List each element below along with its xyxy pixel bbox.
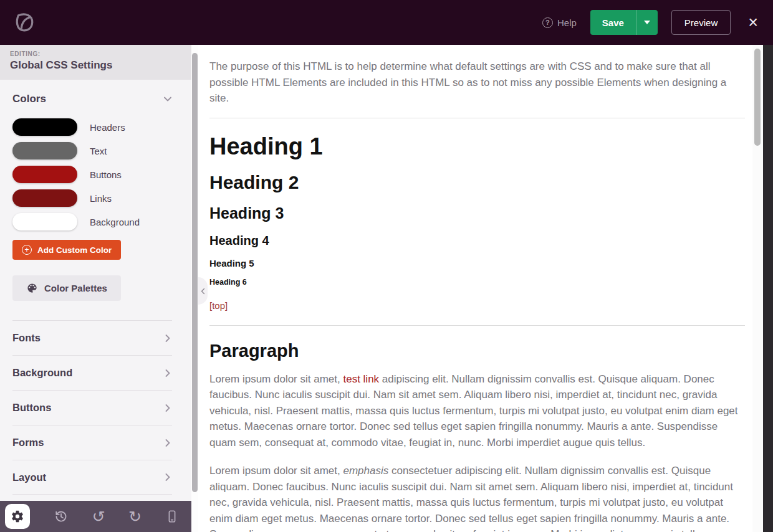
section-label: Layout: [12, 472, 46, 483]
sidebar-item-forms[interactable]: Forms: [12, 425, 172, 460]
paragraph-text: Lorem ipsum dolor sit amet,: [209, 373, 343, 385]
section-label: Buttons: [12, 402, 51, 414]
help-icon: ?: [542, 17, 553, 28]
top-bar: ? Help Save Preview ×: [0, 0, 773, 45]
add-custom-color-label: Add Custom Color: [37, 245, 112, 255]
lorem-paragraph-1: Lorem ipsum dolor sit amet, test link ad…: [209, 371, 745, 451]
chevron-right-icon: [163, 473, 172, 482]
save-button[interactable]: Save: [590, 10, 636, 35]
emphasis-text: emphasis: [343, 465, 388, 477]
color-swatch-list: Headers Text Buttons Links Background: [12, 115, 172, 234]
swatch-row-links: Links: [12, 186, 172, 210]
divider: [209, 118, 745, 118]
gear-icon: [11, 510, 24, 523]
content-scrollbar-track: [752, 45, 763, 532]
heading-5: Heading 5: [209, 258, 745, 270]
save-dropdown-button[interactable]: [636, 10, 658, 35]
workspace-edge-strip: [763, 45, 773, 532]
swatch-label: Headers: [90, 122, 125, 133]
color-palettes-button[interactable]: Color Palettes: [12, 275, 121, 301]
colors-section-toggle[interactable]: Colors: [12, 88, 172, 110]
top-anchor-link[interactable]: [top]: [209, 300, 228, 311]
sidebar-collapse-handle[interactable]: [198, 277, 208, 305]
swatch-row-headers: Headers: [12, 115, 172, 139]
redo-icon: ↻: [128, 509, 142, 525]
paragraph-text: Lorem ipsum dolor sit amet,: [209, 465, 343, 477]
swatch-label: Background: [90, 217, 140, 227]
colors-section-title: Colors: [12, 93, 46, 105]
swatch-row-buttons: Buttons: [12, 163, 172, 186]
divider: [209, 325, 745, 326]
builder-toolbar: ↺ ↻: [0, 501, 191, 532]
chevron-down-icon: [163, 95, 172, 103]
editing-label: EDITING:: [10, 50, 191, 57]
paragraph-section-title: Paragraph: [209, 340, 745, 362]
redo-button[interactable]: ↻: [128, 509, 142, 525]
history-icon: [54, 509, 69, 524]
heading-1: Heading 1: [209, 132, 745, 162]
sidebar-scrollbar-thumb[interactable]: [192, 53, 198, 492]
undo-button[interactable]: ↺: [92, 509, 105, 525]
chevron-left-icon: [199, 288, 206, 295]
app-logo-leaf-icon: [14, 11, 36, 34]
preview-button[interactable]: Preview: [671, 10, 731, 35]
links-color-swatch[interactable]: [12, 189, 77, 207]
mobile-preview-button[interactable]: [165, 510, 179, 523]
swatch-row-text: Text: [12, 139, 172, 163]
preview-canvas: The purpose of this HTML is to help dete…: [198, 45, 752, 532]
mobile-icon: [165, 510, 179, 523]
settings-section-list: Fonts Background Buttons Forms Layout: [12, 320, 172, 495]
text-color-swatch[interactable]: [12, 142, 77, 159]
main-area: EDITING: Global CSS Settings Colors Head…: [0, 45, 773, 532]
sidebar-item-fonts[interactable]: Fonts: [12, 320, 172, 355]
help-button[interactable]: ? Help: [542, 17, 577, 28]
heading-2: Heading 2: [209, 171, 745, 194]
close-icon[interactable]: ×: [748, 14, 758, 31]
revision-history-button[interactable]: [54, 509, 69, 524]
test-link[interactable]: test link: [343, 373, 379, 385]
swatch-label: Links: [90, 193, 112, 204]
heading-6: Heading 6: [209, 278, 745, 288]
sidebar-scroll-area: Colors Headers Text Buttons L: [0, 80, 191, 501]
section-label: Background: [12, 367, 72, 379]
content-scrollbar-thumb[interactable]: [754, 49, 761, 146]
save-split-button: Save: [590, 10, 658, 35]
sidebar-header: EDITING: Global CSS Settings: [0, 45, 191, 80]
heading-3: Heading 3: [209, 204, 745, 223]
swatch-label: Buttons: [90, 169, 122, 180]
lorem-paragraph-2: Lorem ipsum dolor sit amet, emphasis con…: [209, 463, 745, 532]
plus-circle-icon: +: [22, 245, 32, 255]
section-label: Fonts: [12, 332, 41, 344]
sidebar-item-layout[interactable]: Layout: [12, 460, 172, 495]
swatch-label: Text: [90, 146, 107, 156]
settings-button[interactable]: [5, 504, 30, 529]
buttons-color-swatch[interactable]: [12, 166, 77, 183]
heading-4: Heading 4: [209, 233, 745, 249]
sidebar-item-background[interactable]: Background: [12, 355, 172, 390]
chevron-right-icon: [163, 439, 172, 447]
color-palettes-label: Color Palettes: [44, 283, 107, 293]
undo-icon: ↺: [92, 509, 105, 525]
intro-paragraph: The purpose of this HTML is to help dete…: [209, 59, 745, 107]
swatch-row-background: Background: [12, 210, 172, 234]
add-custom-color-button[interactable]: + Add Custom Color: [12, 240, 121, 260]
background-color-swatch[interactable]: [12, 213, 77, 230]
chevron-right-icon: [163, 334, 172, 343]
sidebar-item-buttons[interactable]: Buttons: [12, 390, 172, 425]
section-label: Forms: [12, 437, 44, 449]
chevron-right-icon: [163, 369, 172, 378]
chevron-down-icon: [644, 21, 650, 24]
page-title: Global CSS Settings: [10, 59, 191, 72]
headers-color-swatch[interactable]: [12, 118, 77, 136]
help-label: Help: [557, 17, 577, 28]
settings-sidebar: EDITING: Global CSS Settings Colors Head…: [0, 45, 198, 532]
chevron-right-icon: [163, 404, 172, 412]
palette-icon: [26, 282, 38, 294]
